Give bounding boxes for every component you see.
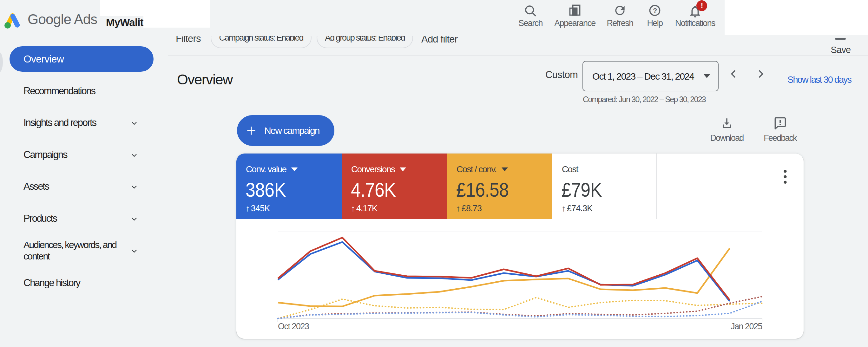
svg-text:Oct 2023: Oct 2023 [278,322,309,331]
svg-text:Jan 2025: Jan 2025 [731,322,762,331]
svg-text:?: ? [653,7,657,14]
